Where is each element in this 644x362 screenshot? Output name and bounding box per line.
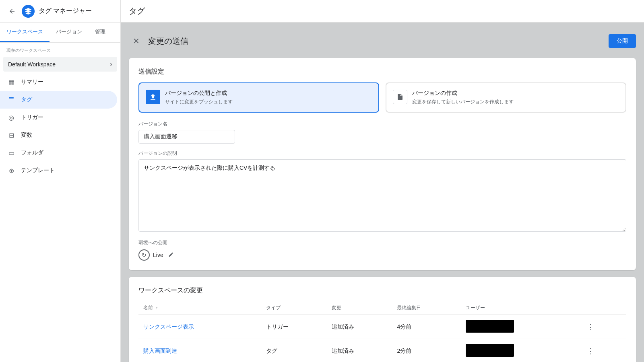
option-create-version[interactable]: バージョンの作成 変更を保存して新しいバージョンを作成します bbox=[386, 82, 626, 113]
option-publish-and-create[interactable]: バージョンの公開と作成 サイトに変更をプッシュします bbox=[138, 82, 379, 113]
sidebar-item-label: 変数 bbox=[21, 132, 32, 139]
changes-table: 名前 ↑ タイプ 変更 最終編集日 ユーザー サンクスページ表示 bbox=[138, 301, 626, 362]
template-icon: ⊕ bbox=[6, 166, 16, 175]
change-user bbox=[461, 315, 579, 339]
col-header-name[interactable]: 名前 ↑ bbox=[138, 301, 261, 315]
tab-version[interactable]: バージョン bbox=[50, 23, 89, 42]
change-last-edit: 2分前 bbox=[392, 339, 461, 362]
submit-modal: ✕ 変更の送信 公開 送信設定 バージョンの公開と作成 サイト bbox=[121, 23, 644, 362]
sidebar-item-label: テンプレート bbox=[21, 167, 55, 174]
col-header-type: タイプ bbox=[261, 301, 327, 315]
publish-button[interactable]: 公開 bbox=[609, 34, 636, 48]
change-type: トリガー bbox=[261, 315, 327, 339]
main-header: タグ bbox=[121, 0, 644, 23]
modal-close-button[interactable]: ✕ bbox=[129, 34, 143, 48]
workspace-chevron-icon: › bbox=[110, 60, 112, 68]
live-env-label: Live bbox=[153, 252, 163, 258]
change-status: 追加済み bbox=[327, 339, 392, 362]
gtm-logo bbox=[22, 5, 35, 18]
col-header-user: ユーザー bbox=[461, 301, 579, 315]
workspace-changes-title: ワークスペースの変更 bbox=[138, 286, 626, 295]
version-desc-textarea[interactable]: サンクスページが表示された際に購入CVを計測する bbox=[138, 159, 626, 232]
workspace-selector[interactable]: Default Workspace › bbox=[3, 57, 117, 72]
col-header-actions bbox=[579, 301, 626, 315]
change-actions: ⋮ bbox=[579, 339, 626, 362]
workspace-label: 現在のワークスペース bbox=[0, 43, 120, 55]
sidebar-item-summary[interactable]: ▦ サマリー bbox=[0, 73, 117, 91]
version-name-label: バージョン名 bbox=[138, 121, 626, 128]
nav-tabs: ワークスペース バージョン 管理 bbox=[0, 23, 120, 43]
option-row: バージョンの公開と作成 サイトに変更をプッシュします バージョンの作成 変更を保… bbox=[138, 82, 626, 113]
table-row: サンクスページ表示 トリガー 追加済み 4分前 ⋮ bbox=[138, 315, 626, 339]
env-label: 環境への公開 bbox=[138, 239, 626, 246]
change-name-link[interactable]: 購入画面到達 bbox=[138, 339, 261, 362]
modal-header: ✕ 変更の送信 公開 bbox=[129, 31, 636, 51]
more-options-button[interactable]: ⋮ bbox=[584, 345, 597, 357]
edit-env-button[interactable] bbox=[167, 250, 175, 260]
send-settings-card: 送信設定 バージョンの公開と作成 サイトに変更をプッシュします bbox=[129, 58, 636, 270]
sidebar-item-tags[interactable]: タグ bbox=[0, 91, 117, 109]
summary-icon: ▦ bbox=[6, 77, 16, 87]
change-actions: ⋮ bbox=[579, 315, 626, 339]
version-name-input[interactable] bbox=[138, 130, 235, 144]
change-user bbox=[461, 339, 579, 362]
change-type: タグ bbox=[261, 339, 327, 362]
sidebar-item-label: トリガー bbox=[21, 114, 43, 121]
nav-menu: ▦ サマリー タグ ◎ トリガー ⊟ 変数 ▭ フォルダ ⊕ テンプレート bbox=[0, 73, 120, 179]
change-last-edit: 4分前 bbox=[392, 315, 461, 339]
main-header-title: タグ bbox=[129, 6, 145, 16]
back-button[interactable] bbox=[5, 4, 19, 19]
tab-workspace[interactable]: ワークスペース bbox=[0, 23, 50, 42]
user-avatar bbox=[466, 344, 514, 357]
option-version-text: バージョンの作成 変更を保存して新しいバージョンを作成します bbox=[412, 90, 514, 105]
col-header-last-edit: 最終編集日 bbox=[392, 301, 461, 315]
sidebar-item-folders[interactable]: ▭ フォルダ bbox=[0, 144, 117, 162]
modal-title: 変更の送信 bbox=[148, 36, 188, 47]
tag-icon bbox=[6, 95, 16, 105]
top-bar: タグ マネージャー bbox=[0, 0, 120, 23]
col-header-change: 変更 bbox=[327, 301, 392, 315]
sidebar: タグ マネージャー ワークスペース バージョン 管理 現在のワークスペース De… bbox=[0, 0, 121, 362]
sort-icon: ↑ bbox=[156, 306, 158, 310]
sidebar-item-label: サマリー bbox=[21, 78, 43, 86]
sidebar-item-triggers[interactable]: ◎ トリガー bbox=[0, 109, 117, 126]
close-icon: ✕ bbox=[133, 36, 140, 46]
main-area: タグ ✕ 変更の送信 公開 送信設定 bbox=[121, 0, 644, 362]
svg-rect-0 bbox=[9, 97, 14, 99]
change-name-link[interactable]: サンクスページ表示 bbox=[138, 315, 261, 339]
sidebar-item-variables[interactable]: ⊟ 変数 bbox=[0, 126, 117, 144]
option-publish-text: バージョンの公開と作成 サイトに変更をプッシュします bbox=[165, 90, 233, 105]
workspace-name: Default Workspace bbox=[8, 61, 56, 68]
live-env-row: ↻ Live bbox=[138, 249, 626, 261]
version-desc-label: バージョンの説明 bbox=[138, 150, 626, 157]
app-title: タグ マネージャー bbox=[39, 7, 92, 15]
workspace-changes-card: ワークスペースの変更 名前 ↑ タイプ 変更 最終編集日 ユーザー bbox=[129, 277, 636, 362]
folder-icon: ▭ bbox=[6, 148, 16, 158]
content-area: ✕ 変更の送信 公開 送信設定 バージョンの公開と作成 サイト bbox=[121, 23, 644, 362]
change-status: 追加済み bbox=[327, 315, 392, 339]
tab-admin[interactable]: 管理 bbox=[89, 23, 112, 42]
user-avatar bbox=[466, 320, 514, 333]
more-options-button[interactable]: ⋮ bbox=[584, 321, 597, 333]
publish-icon bbox=[146, 90, 160, 104]
version-icon bbox=[393, 90, 407, 104]
send-settings-title: 送信設定 bbox=[138, 68, 626, 76]
sidebar-item-templates[interactable]: ⊕ テンプレート bbox=[0, 162, 117, 179]
variable-icon: ⊟ bbox=[6, 130, 16, 140]
live-env-icon: ↻ bbox=[138, 249, 150, 261]
trigger-icon: ◎ bbox=[6, 113, 16, 122]
sidebar-item-label: フォルダ bbox=[21, 149, 43, 156]
sidebar-item-label: タグ bbox=[21, 96, 32, 103]
table-row: 購入画面到達 タグ 追加済み 2分前 ⋮ bbox=[138, 339, 626, 362]
